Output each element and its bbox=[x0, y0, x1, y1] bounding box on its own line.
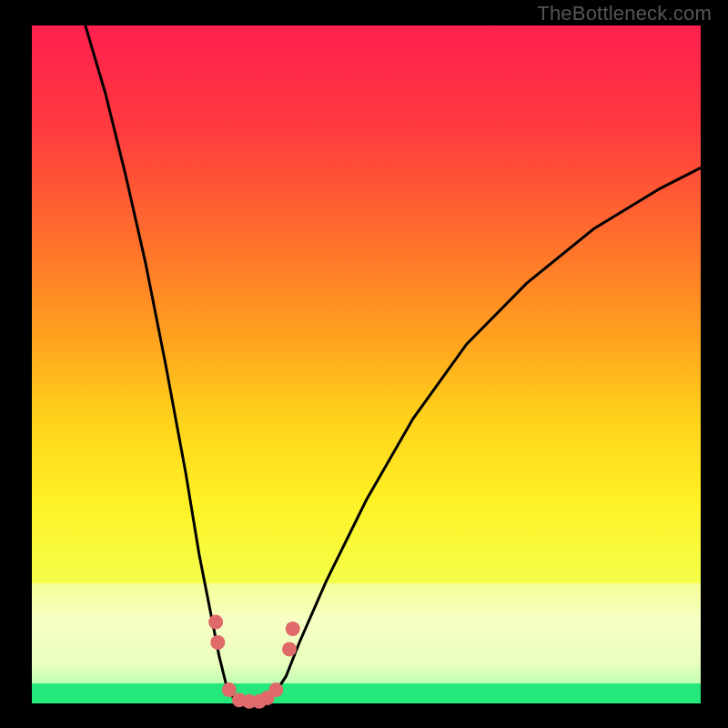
pale-band bbox=[32, 583, 701, 683]
data-marker bbox=[286, 622, 300, 636]
watermark-text: TheBottleneck.com bbox=[537, 2, 712, 25]
chart-frame: TheBottleneck.com bbox=[0, 0, 728, 728]
data-marker bbox=[268, 682, 283, 697]
bottleneck-chart bbox=[0, 0, 728, 728]
data-marker bbox=[208, 615, 223, 630]
data-marker bbox=[210, 635, 225, 650]
green-strip bbox=[32, 683, 701, 703]
data-marker bbox=[282, 642, 297, 656]
